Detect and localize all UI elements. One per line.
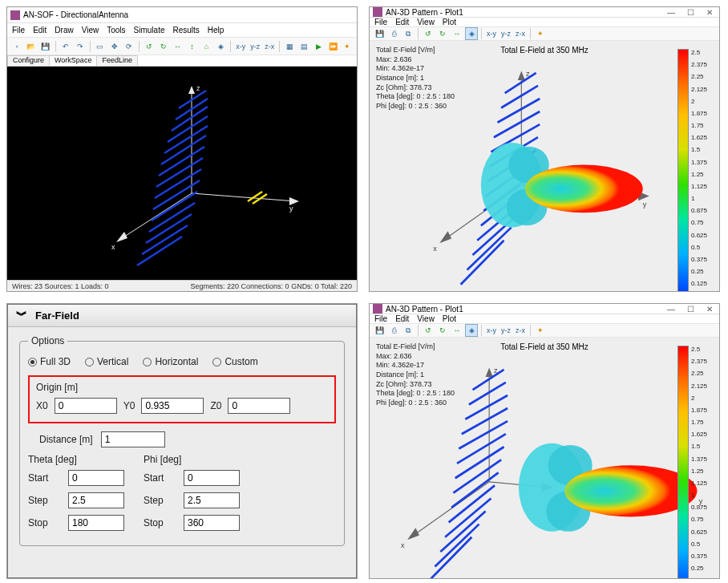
axis-rotate-right-icon[interactable]: ↻ bbox=[157, 40, 170, 53]
rotate-icon[interactable]: ⟳ bbox=[123, 40, 135, 53]
wireframe-icon[interactable]: ▤ bbox=[297, 40, 310, 53]
z0-input[interactable] bbox=[228, 398, 290, 414]
save-icon[interactable]: 💾 bbox=[373, 27, 386, 40]
pan-icon[interactable]: ↔ bbox=[451, 27, 463, 40]
y0-input[interactable] bbox=[141, 398, 204, 414]
menu-edit[interactable]: Edit bbox=[395, 18, 409, 26]
move-icon[interactable]: ✥ bbox=[108, 40, 121, 53]
copy-icon[interactable]: ⧉ bbox=[402, 27, 415, 40]
copy-icon[interactable]: ⧉ bbox=[402, 324, 415, 337]
menu-view[interactable]: View bbox=[417, 18, 435, 26]
menu-view[interactable]: View bbox=[82, 26, 99, 34]
menu-plot[interactable]: Plot bbox=[443, 18, 456, 26]
svg-line-20 bbox=[137, 237, 182, 265]
minimize-button[interactable]: — bbox=[665, 305, 677, 314]
grid-icon[interactable]: ▦ bbox=[283, 40, 296, 53]
svg-line-19 bbox=[142, 225, 188, 254]
undo-icon[interactable]: ↶ bbox=[59, 40, 72, 53]
rotate-right-icon[interactable]: ↻ bbox=[436, 27, 449, 40]
view-cube-icon[interactable]: ◈ bbox=[465, 324, 478, 337]
colorbar: 2.52.3752.252.12521.8751.751.6251.51.375… bbox=[677, 49, 713, 292]
view-yz-button[interactable]: y-z bbox=[499, 27, 512, 40]
z0-label: Z0 bbox=[210, 400, 221, 411]
menu-simulate[interactable]: Simulate bbox=[134, 26, 165, 34]
view-yz-button[interactable]: y-z bbox=[249, 40, 261, 53]
farfield-title: Far-Field bbox=[35, 310, 79, 322]
view-zx-button[interactable]: z-x bbox=[514, 27, 527, 40]
view-xy-button[interactable]: x-y bbox=[234, 40, 247, 53]
view-zx-button[interactable]: z-x bbox=[514, 324, 527, 337]
minimize-button[interactable]: — bbox=[665, 8, 677, 17]
opt-horizontal[interactable]: Horizontal bbox=[143, 356, 198, 367]
rotate-left-icon[interactable]: ↺ bbox=[422, 27, 435, 40]
print-icon[interactable]: ⎙ bbox=[387, 27, 400, 40]
ansof-tabs: Configure WorkSpace FeedLine bbox=[7, 55, 357, 67]
theta-stop-input[interactable] bbox=[68, 515, 124, 531]
menu-file[interactable]: File bbox=[374, 18, 387, 26]
pan-icon[interactable]: ↔ bbox=[451, 324, 463, 337]
axis-pan-icon[interactable]: ↔ bbox=[172, 40, 184, 53]
axis-zoom-icon[interactable]: ↕ bbox=[185, 40, 198, 53]
rotate-right-icon[interactable]: ↻ bbox=[436, 324, 449, 337]
menu-results[interactable]: Results bbox=[172, 26, 199, 34]
new-icon[interactable]: ▫ bbox=[10, 40, 23, 53]
tab-feedline[interactable]: FeedLine bbox=[96, 55, 138, 66]
menu-file[interactable]: File bbox=[12, 26, 25, 34]
save-icon[interactable]: 💾 bbox=[373, 324, 386, 337]
settings-icon[interactable]: ✦ bbox=[341, 40, 354, 53]
phi-start-input[interactable] bbox=[184, 470, 240, 486]
close-button[interactable]: ✕ bbox=[703, 8, 716, 17]
phi-stop-input[interactable] bbox=[184, 515, 240, 531]
open-icon[interactable]: 📂 bbox=[25, 40, 38, 53]
menu-draw[interactable]: Draw bbox=[55, 26, 73, 34]
select-icon[interactable]: ▭ bbox=[94, 40, 107, 53]
rotate-left-icon[interactable]: ↺ bbox=[422, 324, 435, 337]
svg-marker-5 bbox=[116, 232, 127, 242]
workspace-viewport[interactable]: z y x bbox=[7, 67, 357, 280]
tab-workspace[interactable]: WorkSpace bbox=[49, 55, 97, 66]
run-icon[interactable]: ▶ bbox=[312, 40, 325, 53]
distance-input[interactable] bbox=[101, 431, 165, 447]
origin-box: Origin [m] X0 Y0 Z0 bbox=[28, 375, 336, 423]
maximize-button[interactable]: ☐ bbox=[684, 305, 697, 314]
menu-plot[interactable]: Plot bbox=[443, 314, 456, 323]
save-icon[interactable]: 💾 bbox=[39, 40, 52, 53]
print-icon[interactable]: ⎙ bbox=[387, 324, 400, 337]
ansof-toolbar: ▫ 📂 💾 ↶ ↷ ▭ ✥ ⟳ ↺ ↻ ↔ ↕ ⌂ ◈ x-y y-z z-x … bbox=[7, 38, 357, 55]
theta-step-input[interactable] bbox=[68, 492, 124, 508]
menu-edit[interactable]: Edit bbox=[33, 26, 47, 34]
menu-view[interactable]: View bbox=[417, 314, 435, 323]
farfield-header[interactable]: ︾ Far-Field bbox=[8, 305, 356, 327]
view-xy-button[interactable]: x-y bbox=[485, 27, 498, 40]
opt-full3d[interactable]: Full 3D bbox=[28, 356, 71, 367]
close-button[interactable]: ✕ bbox=[703, 305, 716, 314]
view-xy-button[interactable]: x-y bbox=[485, 324, 498, 337]
menu-tools[interactable]: Tools bbox=[107, 26, 125, 34]
x0-input[interactable] bbox=[55, 398, 117, 414]
mesh-icon[interactable]: ✦ bbox=[534, 324, 547, 337]
opt-custom[interactable]: Custom bbox=[212, 356, 257, 367]
tab-configure[interactable]: Configure bbox=[7, 55, 50, 66]
app-icon bbox=[373, 7, 382, 17]
options-legend: Options bbox=[28, 335, 67, 346]
axis-rotate-left-icon[interactable]: ↺ bbox=[143, 40, 156, 53]
run-all-icon[interactable]: ⏩ bbox=[326, 40, 339, 53]
opt-vertical[interactable]: Vertical bbox=[85, 356, 128, 367]
view-cube-icon[interactable]: ◈ bbox=[214, 40, 227, 53]
radio-icon bbox=[143, 358, 152, 366]
pattern2-plot[interactable]: Total E-Field at 350 MHz Total E-Field [… bbox=[370, 338, 719, 579]
view-yz-button[interactable]: y-z bbox=[499, 324, 512, 337]
view-cube-icon[interactable]: ◈ bbox=[465, 27, 478, 40]
pattern1-plot[interactable]: Total E-Field at 350 MHz Total E-Field [… bbox=[370, 41, 719, 292]
menu-edit[interactable]: Edit bbox=[395, 314, 409, 323]
mesh-icon[interactable]: ✦ bbox=[534, 27, 547, 40]
maximize-button[interactable]: ☐ bbox=[684, 8, 697, 17]
menu-help[interactable]: Help bbox=[208, 26, 224, 34]
axis-reset-icon[interactable]: ⌂ bbox=[200, 40, 212, 53]
ansof-menubar: File Edit Draw View Tools Simulate Resul… bbox=[7, 23, 357, 38]
menu-file[interactable]: File bbox=[374, 314, 387, 323]
phi-step-input[interactable] bbox=[184, 492, 240, 508]
theta-start-input[interactable] bbox=[68, 470, 124, 486]
redo-icon[interactable]: ↷ bbox=[74, 40, 87, 53]
view-zx-button[interactable]: z-x bbox=[263, 40, 276, 53]
